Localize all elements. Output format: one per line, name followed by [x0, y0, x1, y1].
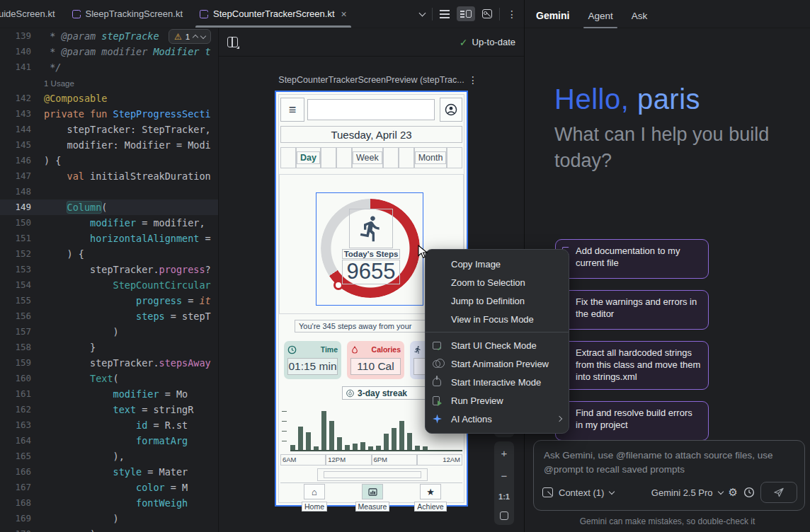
usage-hint[interactable]: 1 Usage: [44, 79, 74, 88]
selected-component-box[interactable]: Today's Steps 9655: [316, 192, 423, 306]
prompt-input[interactable]: Ask Gemini, use @filename to attach sour…: [533, 440, 805, 511]
code-line[interactable]: 168 fontWeigh: [0, 495, 218, 511]
menu-item-run-preview[interactable]: Run Preview: [426, 391, 569, 410]
code-line[interactable]: 154 StepCountCircular: [0, 277, 218, 293]
zoom-actual-button[interactable]: 1:1: [498, 492, 510, 501]
code-line[interactable]: 151 horizontalAlignment =: [0, 231, 218, 246]
code-line[interactable]: 156 steps = stepT: [0, 308, 218, 324]
code-line[interactable]: 144 stepTracker: StepTracker,: [0, 122, 218, 137]
hamburger-menu-icon[interactable]: ≡: [280, 98, 304, 122]
code-line[interactable]: 143private fun StepProgressSecti: [0, 106, 218, 122]
account-icon[interactable]: [440, 98, 462, 122]
code-token: color: [136, 482, 165, 493]
code-view-icon[interactable]: [440, 10, 450, 18]
history-clock-icon[interactable]: [743, 487, 755, 498]
nav-item-measure[interactable]: Measure: [350, 484, 395, 512]
code-line[interactable]: 159 stepTracker.stepsAway: [0, 355, 218, 371]
menu-item-copy-image[interactable]: Copy Image: [426, 255, 569, 273]
code-editor[interactable]: 139 * @param stepTracke140 * @param modi…: [0, 28, 218, 532]
code-line[interactable]: 140 * @param modifier Modifier t: [0, 44, 218, 59]
design-view-icon[interactable]: [482, 9, 492, 18]
code-line[interactable]: 153 stepTracker.progress?: [0, 262, 218, 277]
code-line[interactable]: 150 modifier = modifier,: [0, 215, 218, 231]
suggestion-card[interactable]: Extract all hardcoded strings from this …: [555, 341, 709, 390]
suggestion-card[interactable]: Add documentation to my current file: [555, 239, 709, 279]
code-token: modifier: Modifier = Modi: [44, 139, 211, 151]
period-tab-day[interactable]: Day: [296, 147, 321, 168]
menu-item-start-interactive-mode[interactable]: Start Interactive Mode: [426, 373, 569, 391]
zoom-in-button[interactable]: +: [501, 447, 508, 459]
code-token: ),: [44, 451, 125, 462]
nav-label: Achieve: [414, 502, 446, 511]
code-line[interactable]: 164 formatArg: [0, 433, 218, 449]
suggestion-card[interactable]: Find and resolve build errors in my proj…: [555, 401, 709, 441]
nav-label: Home: [302, 502, 327, 511]
code-line[interactable]: 146) {: [0, 153, 218, 168]
attach-image-icon[interactable]: [542, 487, 553, 497]
line-number: 167: [0, 480, 44, 495]
editor-tab-uidescreen-kt[interactable]: uideScreen.kt: [0, 0, 64, 28]
code-line[interactable]: 167 color = M: [0, 480, 218, 495]
code-line[interactable]: 158 }: [0, 340, 218, 355]
period-tab-week[interactable]: Week: [352, 147, 383, 168]
tab-agent[interactable]: Agent: [588, 11, 612, 21]
code-line[interactable]: 165 ),: [0, 449, 218, 464]
nav-item-achieve[interactable]: ★Achieve: [408, 484, 453, 512]
code-token: ?: [205, 264, 211, 275]
settings-gear-icon[interactable]: ⚙: [729, 486, 738, 499]
code-line[interactable]: 141 */: [0, 59, 218, 75]
context-chevron-icon[interactable]: [609, 488, 615, 494]
code-line[interactable]: 170 ): [0, 526, 218, 532]
menu-item-zoom-to-selection[interactable]: Zoom to Selection: [426, 273, 569, 291]
period-tab-month[interactable]: Month: [414, 147, 447, 168]
code-text: modifier = Mo: [44, 386, 218, 402]
code-line[interactable]: 163 id = R.st: [0, 417, 218, 433]
code-line[interactable]: 157 ): [0, 324, 218, 340]
tab-ask[interactable]: Ask: [632, 11, 648, 21]
next-issue-icon[interactable]: [200, 33, 206, 38]
code-line[interactable]: 142@Composable: [0, 91, 218, 106]
context-chip[interactable]: Context (1): [559, 487, 604, 498]
steps-value: 9655: [342, 260, 400, 284]
preview-title[interactable]: StepCounterTrackerScreenPreview (stepTra…: [275, 75, 468, 85]
stat-card-time[interactable]: Time 01:15 min: [284, 341, 341, 379]
code-line[interactable]: 1 Usage: [0, 75, 218, 91]
tab-close-icon[interactable]: ×: [341, 8, 347, 20]
code-line[interactable]: 166 style = Mater: [0, 464, 218, 480]
menu-item-start-ui-check-mode[interactable]: Start UI Check Mode: [426, 336, 569, 354]
tab-list-chevron-icon[interactable]: [419, 9, 426, 16]
code-line[interactable]: 161 modifier = Mo: [0, 386, 218, 402]
menu-item-jump-to-definition[interactable]: Jump to Definition: [426, 291, 569, 310]
menu-item-start-animation-preview[interactable]: Start Animation Preview: [426, 354, 569, 373]
stat-card-calories[interactable]: Calories 110 Cal: [347, 341, 404, 379]
send-button[interactable]: [760, 482, 797, 503]
code-line[interactable]: 155 progress = it: [0, 293, 218, 308]
zoom-out-button[interactable]: −: [501, 470, 508, 482]
editor-options-kebab-icon[interactable]: ⋮: [507, 9, 517, 19]
model-selector[interactable]: Gemini 2.5 Pro: [651, 487, 713, 498]
model-chevron-icon[interactable]: [717, 488, 723, 494]
code-line[interactable]: 162 text = stringR: [0, 402, 218, 417]
search-input[interactable]: [307, 99, 435, 120]
code-line[interactable]: 147 val initialStreakDuration: [0, 168, 218, 184]
editor-tab-sleeptrackingscreen-kt[interactable]: SleepTrackingScreen.kt: [64, 0, 192, 28]
code-line[interactable]: 169 ): [0, 511, 218, 526]
split-view-icon[interactable]: [457, 6, 475, 21]
nav-item-home[interactable]: ⌂Home: [292, 484, 337, 512]
menu-item-view-in-focus-mode[interactable]: View in Focus Mode: [426, 310, 569, 328]
code-line[interactable]: 148: [0, 184, 218, 200]
inspection-widget[interactable]: ⚠ 1: [169, 29, 211, 44]
zoom-fit-icon[interactable]: [500, 511, 508, 520]
code-line[interactable]: 145 modifier: Modifier = Modi: [0, 137, 218, 153]
editor-tab-stepcountertrackerscreen-kt[interactable]: StepCounterTrackerScreen.kt×: [191, 0, 355, 28]
code-line[interactable]: 160 Text(: [0, 371, 218, 386]
prev-issue-icon[interactable]: [193, 35, 198, 40]
preview-layout-icon[interactable]: [227, 37, 238, 47]
menu-item-ai-actions[interactable]: AI Actions: [426, 410, 569, 428]
code-token: [44, 233, 90, 244]
suggestion-card[interactable]: Fix the warnings and errors in the edito…: [555, 290, 709, 330]
preview-options-kebab-icon[interactable]: ⋮: [468, 75, 478, 85]
code-line[interactable]: 149 Column(: [0, 200, 218, 215]
code-token: [44, 295, 136, 306]
code-line[interactable]: 152 ) {: [0, 246, 218, 262]
